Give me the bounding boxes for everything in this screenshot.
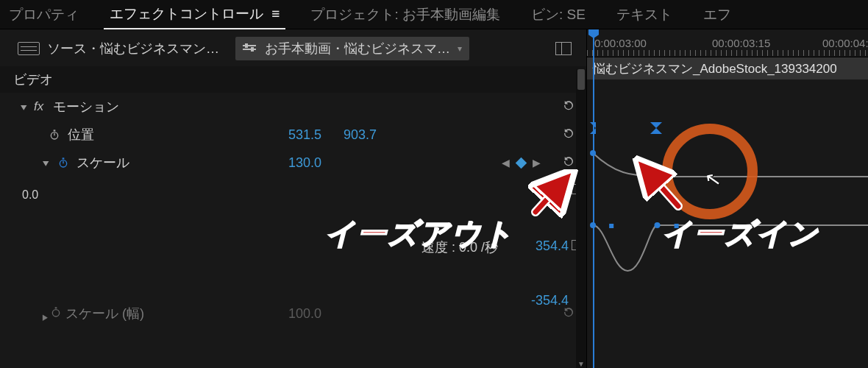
svg-point-6 [52,309,59,316]
tab-properties[interactable]: プロパティ [3,1,85,29]
reset-parameter-button[interactable] [561,305,576,322]
property-scale-width-row[interactable]: ▾ スケール (幅) 100.0 [0,299,586,328]
chevron-down-icon: ▾ [458,43,462,54]
motion-label: モーション [53,98,119,116]
reset-effect-button[interactable] [561,99,576,116]
time-tick: 00:00:03:15 [712,37,770,49]
effect-controls-panel: ソース・悩むビジネスマン… お手本動画・悩むビジネスマ… ▾ ビデオ ▾ fx … [0,29,587,368]
clip-bar[interactable]: 悩むビジネスマン_AdobeStock_139334200 [587,57,868,79]
chevron-down-icon[interactable]: ▾ [21,101,35,113]
tab-text[interactable]: テキスト [611,1,678,29]
graph-value-mid: 354.4 [536,238,569,254]
position-y-value[interactable]: 903.7 [344,127,377,143]
svg-line-11 [536,177,568,212]
breadcrumb: ソース・悩むビジネスマン… お手本動画・悩むビジネスマ… ▾ [0,29,586,66]
property-position-row[interactable]: 位置 531.5 903.7 [0,121,586,149]
scrollbar-thumb[interactable] [577,69,585,90]
scale-width-label: スケール (幅) [65,305,144,322]
svg-rect-7 [55,307,57,308]
annotation-arrow-icon [528,169,580,221]
keyframe-node[interactable] [590,150,596,156]
ruler-ticks [587,50,868,56]
toggle-timeline-view-icon[interactable] [555,42,572,55]
chevron-down-icon[interactable]: ▾ [43,157,57,169]
svg-line-13 [641,165,678,206]
scale-label: スケール [77,154,129,171]
panel-tab-strip: プロパティ エフェクトコントロール ≡ プロジェクト: お手本動画編集 ビン: … [0,0,868,29]
velocity-node[interactable] [654,222,660,228]
chevron-right-icon[interactable]: ▾ [38,306,50,320]
effect-motion-row[interactable]: ▾ fx モーション [0,93,586,121]
bezier-handle[interactable] [609,224,613,228]
sequence-crumb[interactable]: お手本動画・悩むビジネスマ… ▾ [235,37,469,60]
clip-name: 悩むビジネスマン_AdobeStock_139334200 [593,60,837,77]
source-crumb-label: ソース・悩むビジネスマン… [47,40,219,57]
source-crumb[interactable]: ソース・悩むビジネスマン… [10,37,227,60]
svg-rect-1 [54,130,56,131]
sequence-crumb-label: お手本動画・悩むビジネスマ… [265,40,450,57]
keyframe-navigator: ◀ ▶ [502,157,541,169]
tab-effect-controls-label: エフェクトコントロール [110,6,263,21]
tab-effect-controls[interactable]: エフェクトコントロール ≡ [104,0,285,30]
position-x-value[interactable]: 531.5 [288,127,321,143]
scale-width-value: 100.0 [288,306,321,321]
next-keyframe-button[interactable]: ▶ [533,157,541,169]
section-video-header: ビデオ [0,66,586,93]
annotation-ease-out-label: イーズアウト [325,213,514,254]
tab-ef-partial: エフ [697,1,737,29]
scroll-down-icon[interactable]: ▼ [576,360,586,368]
position-label: 位置 [68,126,94,144]
reset-parameter-button[interactable] [561,127,576,144]
stopwatch-icon[interactable] [47,127,62,142]
annotation-ease-in-label: イーズイン [662,213,819,254]
property-scale-row[interactable]: ▾ スケール 130.0 ◀ ▶ [0,149,586,177]
stopwatch-active-icon[interactable] [56,155,71,170]
graph-axis-zero: 0.0 [22,188,38,202]
tab-bin[interactable]: ビン: SE [525,1,591,29]
tab-project[interactable]: プロジェクト: お手本動画編集 [305,1,506,29]
fx-badge-icon[interactable]: fx [34,99,53,114]
panel-menu-icon[interactable]: ≡ [267,6,280,21]
sliders-icon [243,43,257,54]
time-tick: 00:00:04:0 [822,37,868,49]
stopwatch-icon[interactable] [50,306,62,322]
time-ruler[interactable]: 0:00:03:00 00:00:03:15 00:00:04:0 [587,29,868,57]
source-clip-icon [18,42,40,55]
velocity-node[interactable] [590,222,596,228]
prev-keyframe-button[interactable]: ◀ [502,157,510,169]
scale-value[interactable]: 130.0 [288,155,321,171]
annotation-arrow-icon [631,155,690,213]
add-remove-keyframe-button[interactable] [516,157,527,169]
svg-rect-4 [63,158,65,159]
time-tick: 0:00:03:00 [594,37,647,49]
